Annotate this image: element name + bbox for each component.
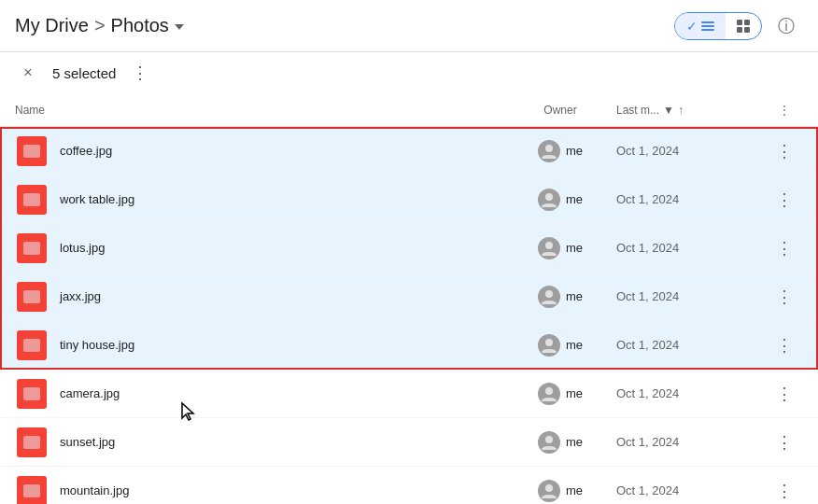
table-row[interactable]: jaxx.jpg me Oct 1, 2024 ⋮	[0, 273, 818, 321]
table-row[interactable]: work table.jpg me Oct 1, 2024 ⋮	[0, 175, 818, 224]
table-row[interactable]: mountain.jpg me Oct 1, 2024 ⋮	[0, 467, 818, 504]
image-file-icon	[17, 136, 47, 166]
avatar	[538, 383, 560, 405]
row-more-button[interactable]: ⋮	[771, 284, 797, 310]
svg-point-7	[545, 290, 553, 298]
table-row[interactable]: coffee.jpg me Oct 1, 2024 ⋮	[0, 127, 818, 175]
file-list: coffee.jpg me Oct 1, 2024 ⋮ work table.j…	[0, 127, 818, 504]
owner-cell: me	[504, 431, 616, 454]
date-cell: Oct 1, 2024	[616, 144, 766, 158]
modified-column-header[interactable]: Last m... ▼ ↑	[616, 104, 766, 117]
avatar	[538, 334, 560, 357]
row-more-button[interactable]: ⋮	[771, 429, 797, 455]
owner-cell: me	[504, 480, 616, 502]
info-icon: ⓘ	[778, 15, 795, 37]
svg-point-5	[545, 242, 553, 249]
image-file-icon	[17, 185, 47, 215]
avatar	[538, 189, 560, 211]
photos-label: Photos	[111, 15, 169, 36]
row-more-button[interactable]: ⋮	[771, 478, 797, 504]
file-name: tiny house.jpg	[60, 338, 504, 352]
breadcrumb-photos[interactable]: Photos	[111, 15, 184, 36]
file-icon-wrap	[15, 134, 49, 168]
more-actions-button[interactable]: ⋮	[127, 60, 153, 86]
date-cell: Oct 1, 2024	[616, 483, 766, 497]
image-file-icon	[17, 379, 47, 409]
svg-point-3	[545, 193, 553, 201]
avatar	[538, 286, 560, 308]
info-button[interactable]: ⓘ	[769, 9, 803, 43]
mountain-shape	[25, 147, 38, 156]
image-file-icon	[17, 282, 47, 312]
row-more-button[interactable]: ⋮	[771, 138, 797, 164]
deselect-button[interactable]: ×	[15, 60, 41, 86]
file-name: camera.jpg	[60, 386, 504, 400]
owner-cell: me	[504, 189, 616, 211]
selected-files-group: coffee.jpg me Oct 1, 2024 ⋮ work table.j…	[0, 127, 818, 370]
row-actions[interactable]: ⋮	[766, 187, 803, 213]
date-cell: Oct 1, 2024	[616, 435, 766, 449]
row-more-button[interactable]: ⋮	[771, 235, 797, 261]
breadcrumb-my-drive[interactable]: My Drive	[15, 15, 89, 36]
mountain-shape	[25, 389, 38, 399]
row-actions[interactable]: ⋮	[766, 138, 803, 164]
avatar	[538, 237, 560, 259]
owner-name: me	[566, 192, 583, 206]
svg-point-9	[545, 339, 553, 346]
owner-column-header: Owner	[504, 104, 616, 117]
chevron-down-icon	[175, 24, 184, 30]
owner-name: me	[566, 241, 583, 255]
row-actions[interactable]: ⋮	[766, 381, 803, 407]
file-name: mountain.jpg	[60, 483, 504, 497]
table-row[interactable]: camera.jpg me Oct 1, 2024 ⋮	[0, 370, 818, 418]
checkmark-icon: ✓	[686, 19, 698, 34]
date-cell: Oct 1, 2024	[616, 386, 766, 400]
row-more-button[interactable]: ⋮	[771, 332, 797, 358]
file-icon-wrap	[15, 183, 49, 217]
row-actions[interactable]: ⋮	[766, 429, 803, 455]
sort-desc-icon: ▼	[663, 104, 674, 117]
file-name: lotus.jpg	[60, 241, 504, 255]
file-name: coffee.jpg	[60, 144, 504, 158]
owner-name: me	[566, 144, 583, 158]
file-icon-wrap	[15, 280, 49, 314]
svg-point-1	[545, 145, 553, 152]
file-icon-wrap	[15, 474, 49, 505]
owner-cell: me	[504, 383, 616, 405]
file-name: jaxx.jpg	[60, 289, 504, 303]
breadcrumb: My Drive > Photos	[15, 15, 674, 36]
file-icon-wrap	[15, 231, 49, 265]
owner-cell: me	[504, 334, 616, 357]
owner-name: me	[566, 483, 583, 497]
actions-column-header: ⋮	[766, 104, 803, 117]
row-actions[interactable]: ⋮	[766, 235, 803, 261]
selected-count: 5 selected	[52, 65, 116, 81]
table-row[interactable]: tiny house.jpg me Oct 1, 2024 ⋮	[0, 321, 818, 370]
date-cell: Oct 1, 2024	[616, 289, 766, 303]
svg-point-13	[545, 436, 553, 443]
grid-view-button[interactable]	[726, 13, 761, 39]
file-rows-container: coffee.jpg me Oct 1, 2024 ⋮ work table.j…	[0, 127, 818, 504]
row-actions[interactable]: ⋮	[766, 478, 803, 504]
sort-asc-icon: ↑	[678, 104, 684, 117]
mountain-shape	[25, 341, 38, 350]
row-more-button[interactable]: ⋮	[771, 381, 797, 407]
table-row[interactable]: sunset.jpg me Oct 1, 2024 ⋮	[0, 418, 818, 467]
svg-point-15	[545, 484, 553, 492]
list-view-button[interactable]: ✓	[675, 13, 726, 39]
image-file-icon	[17, 476, 47, 505]
lines-icon	[701, 21, 714, 31]
row-actions[interactable]: ⋮	[766, 284, 803, 310]
owner-name: me	[566, 386, 583, 400]
file-icon-wrap	[15, 377, 49, 411]
name-column-header: Name	[15, 104, 504, 117]
table-row[interactable]: lotus.jpg me Oct 1, 2024 ⋮	[0, 224, 818, 273]
svg-point-11	[545, 387, 553, 395]
header: My Drive > Photos ✓ ⓘ	[0, 0, 818, 52]
row-actions[interactable]: ⋮	[766, 332, 803, 358]
avatar	[538, 140, 560, 162]
selection-bar: × 5 selected ⋮	[0, 52, 818, 93]
row-more-button[interactable]: ⋮	[771, 187, 797, 213]
mountain-shape	[25, 244, 38, 253]
date-cell: Oct 1, 2024	[616, 338, 766, 352]
